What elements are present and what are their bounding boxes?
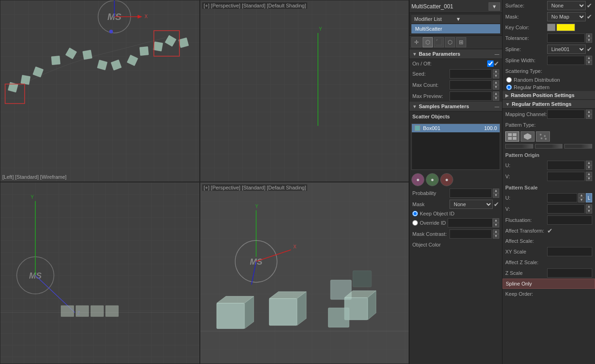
surface-dropdown[interactable]: None [547, 1, 586, 10]
regular-pattern-section[interactable]: ▼ Regular Pattern Settings [502, 100, 595, 109]
spline-width-spinner[interactable]: 10.0 [547, 56, 585, 65]
toolbar-icon-5[interactable]: ⊞ [456, 37, 466, 47]
fluctuation-spinner[interactable]: 0.0 [547, 215, 592, 225]
pattern-u-input[interactable]: 0.5 [548, 162, 584, 168]
lock-btn[interactable]: L [586, 193, 592, 202]
mapping-channel-down[interactable]: ▼ [586, 114, 592, 119]
prob-down[interactable]: ▼ [493, 193, 499, 198]
toolbar-icon-4[interactable]: ⬡ [445, 37, 455, 47]
pattern-u-up[interactable]: ▲ [586, 161, 592, 165]
tolerance-up[interactable]: ▲ [586, 33, 592, 38]
seed-up[interactable]: ▲ [493, 69, 499, 74]
pattern-v-down[interactable]: ▼ [586, 176, 592, 181]
scale-u-down[interactable]: ▼ [578, 198, 585, 202]
viewport-bottom-left[interactable]: MS Y Z [0, 182, 200, 364]
xy-scale-input[interactable]: 0.01 [548, 249, 592, 254]
toolbar-icon-1[interactable]: ✛ [411, 37, 422, 47]
regular-pattern-radio[interactable] [506, 84, 512, 90]
fluctuation-input[interactable]: 0.0 [548, 217, 592, 223]
base-params-minimize[interactable]: — [495, 52, 499, 57]
scale-v-down[interactable]: ▼ [586, 209, 592, 214]
prob-up[interactable]: ▲ [493, 188, 499, 193]
rp-mask-dropdown[interactable]: No Map [547, 12, 586, 21]
z-scale-input[interactable]: 0.01 [548, 270, 592, 276]
scatter-list-item-box001[interactable]: Box001 100.0 [412, 124, 500, 132]
tolerance-input[interactable]: 0.05 [548, 35, 584, 41]
max-preview-up[interactable]: ▲ [493, 91, 499, 96]
pattern-icon-hex[interactable] [521, 131, 535, 142]
seed-spinner[interactable]: 12345 [450, 69, 492, 78]
pattern-v-input[interactable]: 0.5 [548, 174, 584, 179]
viewport-top-right[interactable]: Y MS X [200, 0, 409, 182]
random-dist-radio[interactable] [506, 77, 512, 83]
add-scatter-btn[interactable]: ● [411, 173, 424, 186]
modifier-item-multiscatter[interactable]: MultiScatter [411, 24, 500, 33]
max-count-up[interactable]: ▲ [493, 80, 499, 85]
tolerance-down[interactable]: ▼ [586, 38, 592, 43]
spline-width-input[interactable]: 10.0 [548, 58, 584, 63]
toolbar-icon-2[interactable]: ⬡ [423, 37, 433, 47]
pattern-slider-1[interactable] [505, 144, 533, 149]
pattern-u-spinner[interactable]: 0.5 [547, 161, 585, 170]
pattern-slider-2[interactable] [535, 144, 563, 149]
override-id-down[interactable]: ▼ [493, 223, 499, 228]
mask-contrast-down[interactable]: ▼ [493, 234, 499, 239]
scatter-list: Box001 100.0 [411, 124, 500, 170]
pattern-u-down[interactable]: ▼ [586, 165, 592, 170]
base-params-header[interactable]: ▼ Base Parameters — [410, 49, 502, 59]
panel-options-btn[interactable]: ▼ [489, 2, 500, 11]
spline-width-up[interactable]: ▲ [586, 56, 592, 60]
toolbar-icon-3[interactable]: ⬛ [434, 37, 444, 47]
scale-v-spinner[interactable]: 1.0 [547, 204, 585, 214]
mapping-channel-up[interactable]: ▲ [586, 110, 592, 114]
seed-input[interactable]: 12345 [450, 71, 491, 77]
keep-object-id-radio[interactable] [412, 211, 418, 216]
probability-spinner[interactable]: 100.0 [450, 188, 492, 198]
probability-input[interactable]: 100.0 [450, 190, 491, 196]
spline-dropdown[interactable]: Line001 [547, 45, 586, 54]
scale-v-up[interactable]: ▲ [586, 204, 592, 209]
scale-u-up[interactable]: ▲ [578, 193, 585, 198]
tolerance-spinner[interactable]: 0.05 [547, 33, 585, 43]
svg-rect-48 [76, 306, 89, 317]
mask-contrast-up[interactable]: ▲ [493, 229, 499, 234]
mask-dropdown[interactable]: None [450, 200, 493, 209]
override-id-radio[interactable] [412, 220, 418, 226]
max-count-spinner[interactable]: 100 [450, 80, 492, 90]
xy-scale-spinner[interactable]: 0.01 [547, 247, 592, 256]
seed-down[interactable]: ▼ [493, 74, 499, 78]
key-color-swatch-gray[interactable] [547, 24, 555, 31]
pattern-icon-grid[interactable] [505, 131, 519, 142]
scale-u-spinner[interactable]: 2.169 [547, 193, 577, 202]
override-id-input[interactable]: 0 [448, 220, 492, 226]
pattern-v-up[interactable]: ▲ [586, 172, 592, 176]
override-id-up[interactable]: ▲ [493, 218, 499, 223]
max-preview-down[interactable]: ▼ [493, 96, 499, 101]
mask-contrast-spinner[interactable]: 1.0 [450, 229, 492, 239]
max-preview-input[interactable]: 100 [450, 93, 491, 99]
scale-u-input[interactable]: 2.169 [548, 195, 577, 201]
key-color-swatch-yellow[interactable] [556, 24, 575, 31]
remove-scatter-btn[interactable]: ● [440, 173, 453, 186]
mapping-channel-input[interactable]: 1 [548, 111, 584, 117]
max-preview-spinner[interactable]: 100 [450, 91, 492, 101]
z-scale-spinner[interactable]: 0.01 [547, 268, 592, 278]
spline-width-down[interactable]: ▼ [586, 60, 592, 65]
samples-params-minimize[interactable]: — [495, 104, 499, 109]
on-off-checkbox[interactable] [487, 60, 494, 67]
mask-contrast-input[interactable]: 1.0 [450, 231, 491, 237]
pattern-v-spinner[interactable]: 0.5 [547, 172, 585, 181]
viewport-top-left[interactable]: MS X Z [0, 0, 200, 182]
pattern-slider-3[interactable] [564, 144, 592, 149]
max-count-down[interactable]: ▼ [493, 85, 499, 90]
max-count-input[interactable]: 100 [450, 82, 491, 88]
override-id-spinner[interactable]: 0 [448, 218, 493, 228]
samples-params-header[interactable]: ▼ Samples Parameters — [410, 102, 502, 111]
random-pos-section[interactable]: ▶ Random Position Settings [502, 91, 595, 100]
mapping-channel-spinner[interactable]: 1 [547, 110, 585, 119]
scale-v-input[interactable]: 1.0 [548, 206, 584, 212]
edit-scatter-btn[interactable]: ● [426, 173, 439, 186]
modifier-list-header[interactable]: Modifier List ▼ [411, 15, 500, 23]
pattern-icon-random[interactable] [536, 131, 550, 142]
viewport-bottom-right[interactable]: Y MS X [200, 182, 409, 364]
